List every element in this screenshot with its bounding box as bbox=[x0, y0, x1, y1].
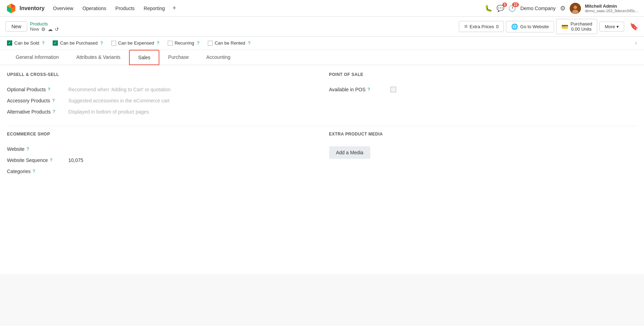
extra-prices-button[interactable]: ≡ Extra Prices 0 bbox=[459, 21, 504, 32]
tab-general-information[interactable]: General Information bbox=[7, 50, 68, 65]
ecommerce-section-title: ECOMMERCE SHOP bbox=[7, 132, 315, 138]
settings-icon[interactable]: ⚙ bbox=[41, 26, 46, 32]
tab-sales[interactable]: Sales bbox=[129, 50, 159, 65]
nav-reporting[interactable]: Reporting bbox=[139, 3, 169, 13]
nav-add-button[interactable]: + bbox=[170, 3, 179, 13]
optional-products-field: Optional Products ? Recommend when 'Addi… bbox=[7, 84, 315, 95]
bookmark-button[interactable]: 🔖 bbox=[630, 22, 638, 31]
top-sections-row: UPSELL & CROSS-SELL Optional Products ? … bbox=[7, 72, 637, 117]
breadcrumb: Products New ⚙ ☁ ↺ bbox=[30, 21, 59, 32]
goto-website-label: Go to Website bbox=[520, 24, 549, 29]
chat-badge: 5 bbox=[502, 2, 507, 7]
add-media-button[interactable]: Add a Media bbox=[329, 146, 371, 159]
website-sequence-label: Website Sequence ? bbox=[7, 157, 63, 163]
available-in-pos-field: Available in POS ? bbox=[329, 84, 637, 95]
activity-icon[interactable]: 🕐 22 bbox=[508, 5, 516, 12]
can-be-purchased-label: Can be Purchased bbox=[60, 40, 98, 46]
alternative-products-label: Alternative Products ? bbox=[7, 109, 63, 115]
card-icon: 💳 bbox=[561, 23, 568, 30]
can-be-rented-checkbox[interactable]: Can be Rented ? bbox=[208, 40, 250, 46]
more-button[interactable]: More ▾ bbox=[599, 22, 624, 32]
can-be-purchased-help[interactable]: ? bbox=[100, 41, 103, 46]
avatar[interactable] bbox=[570, 3, 581, 14]
website-sequence-help[interactable]: ? bbox=[50, 158, 52, 163]
purchased-label: Purchased bbox=[570, 21, 592, 26]
extra-prices-count: 0 bbox=[496, 24, 499, 29]
goto-website-button[interactable]: 🌐 Go to Website bbox=[506, 21, 554, 32]
scroll-right-icon: › bbox=[635, 39, 637, 47]
can-be-rented-label: Can be Rented bbox=[215, 40, 245, 46]
accessory-products-label: Accessory Products ? bbox=[7, 98, 63, 103]
app-logo[interactable]: Inventory bbox=[6, 3, 45, 14]
can-be-sold-checkbox[interactable]: Can be Sold ? bbox=[7, 40, 44, 46]
can-be-expensed-checkbox[interactable]: Can be Expensed ? bbox=[111, 40, 159, 46]
toolbar: New Products New ⚙ ☁ ↺ ≡ Extra Prices 0 … bbox=[0, 17, 644, 37]
toolbar-actions: ≡ Extra Prices 0 🌐 Go to Website 💳 Purch… bbox=[459, 19, 624, 34]
can-be-expensed-check bbox=[111, 41, 116, 46]
optional-products-value[interactable]: Recommend when 'Adding to Cart' or quota… bbox=[68, 87, 171, 92]
more-chevron-icon: ▾ bbox=[616, 24, 619, 29]
purchased-value: 0.00 Units bbox=[571, 26, 592, 32]
can-be-purchased-checkbox[interactable]: Can be Purchased ? bbox=[53, 40, 103, 46]
accessory-products-help[interactable]: ? bbox=[52, 98, 55, 103]
available-in-pos-checkbox[interactable] bbox=[391, 87, 396, 92]
breadcrumb-parent[interactable]: Products bbox=[30, 21, 59, 26]
pos-section: POINT OF SALE Available in POS ? bbox=[329, 72, 637, 117]
sales-tab-content: UPSELL & CROSS-SELL Optional Products ? … bbox=[0, 65, 644, 274]
website-sequence-value[interactable]: 10,075 bbox=[68, 157, 83, 163]
user-info[interactable]: Mitchell Admin demo_saas-163_9decec045c.… bbox=[585, 3, 639, 13]
new-button[interactable]: New bbox=[6, 21, 27, 32]
can-be-sold-help[interactable]: ? bbox=[42, 41, 45, 46]
categories-help[interactable]: ? bbox=[33, 169, 35, 174]
username: Mitchell Admin bbox=[585, 3, 639, 9]
nav-operations[interactable]: Operations bbox=[78, 3, 110, 13]
upload-icon[interactable]: ☁ bbox=[48, 26, 53, 32]
section-divider bbox=[7, 126, 637, 126]
upsell-section: UPSELL & CROSS-SELL Optional Products ? … bbox=[7, 72, 315, 117]
company-selector[interactable]: Demo Company bbox=[520, 6, 555, 11]
optional-products-help[interactable]: ? bbox=[48, 87, 50, 92]
svg-point-6 bbox=[572, 10, 578, 14]
breadcrumb-current: New bbox=[30, 26, 39, 32]
refresh-icon[interactable]: ↺ bbox=[55, 26, 59, 32]
tab-purchase[interactable]: Purchase bbox=[159, 50, 197, 65]
nav-right: 🐛 💬 5 🕐 22 Demo Company ⚙ Mitchell Admin… bbox=[485, 3, 638, 14]
website-help[interactable]: ? bbox=[26, 147, 29, 152]
chat-icon[interactable]: 💬 5 bbox=[497, 5, 504, 12]
tab-accounting[interactable]: Accounting bbox=[198, 50, 239, 65]
extra-media-title: EXTRA PRODUCT MEDIA bbox=[329, 132, 637, 138]
purchased-button[interactable]: 💳 Purchased 0.00 Units bbox=[556, 19, 597, 34]
activity-badge: 22 bbox=[512, 2, 519, 7]
can-be-expensed-help[interactable]: ? bbox=[157, 41, 159, 46]
ecommerce-sections-row: ECOMMERCE SHOP Website ? Website Sequenc… bbox=[7, 132, 637, 177]
alternative-products-field: Alternative Products ? Displayed in bott… bbox=[7, 106, 315, 117]
accessory-products-value[interactable]: Suggested accessories in the eCommerce c… bbox=[68, 98, 169, 103]
alternative-products-value[interactable]: Displayed in bottom of product pages bbox=[68, 109, 149, 115]
website-field: Website ? bbox=[7, 143, 315, 155]
list-icon: ≡ bbox=[464, 23, 467, 30]
can-be-purchased-check bbox=[53, 40, 58, 46]
can-be-rented-check bbox=[208, 41, 213, 46]
settings-icon[interactable]: ⚙ bbox=[560, 5, 566, 12]
ecommerce-section: ECOMMERCE SHOP Website ? Website Sequenc… bbox=[7, 132, 315, 177]
recurring-help[interactable]: ? bbox=[197, 41, 199, 46]
nav-overview[interactable]: Overview bbox=[49, 3, 77, 13]
website-label: Website ? bbox=[7, 146, 63, 152]
product-tabs: General Information Attributes & Variant… bbox=[0, 50, 644, 65]
debug-icon[interactable]: 🐛 bbox=[485, 5, 492, 12]
categories-field: Categories ? bbox=[7, 166, 315, 177]
recurring-checkbox[interactable]: Recurring ? bbox=[168, 40, 199, 46]
upsell-section-title: UPSELL & CROSS-SELL bbox=[7, 72, 315, 78]
can-be-rented-help[interactable]: ? bbox=[248, 41, 250, 46]
can-be-expensed-label: Can be Expensed bbox=[118, 40, 154, 46]
recurring-check bbox=[168, 41, 173, 46]
nav-products[interactable]: Products bbox=[111, 3, 139, 13]
available-in-pos-help[interactable]: ? bbox=[368, 87, 370, 92]
nav-menu: Overview Operations Products Reporting + bbox=[49, 3, 179, 13]
alternative-products-help[interactable]: ? bbox=[53, 109, 55, 114]
extra-prices-label: Extra Prices bbox=[470, 24, 494, 29]
tab-attributes-variants[interactable]: Attributes & Variants bbox=[68, 50, 129, 65]
user-sub: demo_saas-163_9decec045c... bbox=[585, 9, 639, 13]
available-in-pos-label: Available in POS ? bbox=[329, 87, 385, 92]
globe-icon: 🌐 bbox=[511, 23, 518, 30]
